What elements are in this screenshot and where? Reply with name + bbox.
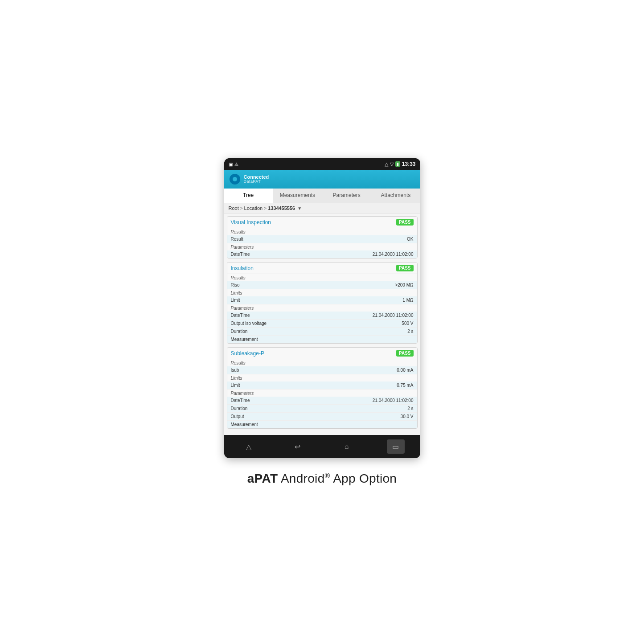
data-value: 2 s xyxy=(407,406,413,411)
app-logo-inner xyxy=(233,177,237,181)
group-label-sub-results: Results xyxy=(227,359,417,366)
breadcrumb-root: Root xyxy=(229,205,239,211)
data-value: 1 MΩ xyxy=(402,298,413,303)
tab-attachments[interactable]: Attachments xyxy=(371,189,420,203)
breadcrumb: Root > Location > 1334455556 ▼ xyxy=(224,203,420,213)
data-label: Measurement xyxy=(231,422,258,427)
data-label: Riso xyxy=(231,283,240,287)
table-row: DateTime 21.04.2000 11:02:00 xyxy=(227,312,417,320)
data-label: Limit xyxy=(231,298,240,303)
app-title: Connected DataPAT xyxy=(244,174,269,184)
table-row: Result OK xyxy=(227,235,417,243)
table-row: Measurement xyxy=(227,421,417,428)
tab-parameters[interactable]: Parameters xyxy=(322,189,371,203)
table-row: Limit 1 MΩ xyxy=(227,296,417,304)
bottom-caption: aPAT Android® App Option xyxy=(247,472,397,486)
group-label-ins-params: Parameters xyxy=(227,304,417,312)
group-label-sub-limits: Limits xyxy=(227,374,417,381)
nav-back-button[interactable]: ↩ xyxy=(289,439,307,454)
data-value: >200 MΩ xyxy=(395,283,413,287)
table-row: DateTime 21.04.2000 11:02:00 xyxy=(227,250,417,258)
breadcrumb-item: 1334455556 xyxy=(268,205,295,211)
breadcrumb-sep-1: > xyxy=(240,206,243,211)
group-label-visual-results: Results xyxy=(227,228,417,235)
table-row: DateTime 21.04.2000 11:02:00 xyxy=(227,397,417,405)
tabs-bar: Tree Measurements Parameters Attachments xyxy=(224,189,420,203)
breadcrumb-location: Location xyxy=(244,205,263,211)
bluetooth-icon: △ xyxy=(385,161,388,167)
pass-badge-subleakage: PASS xyxy=(396,350,414,357)
data-label: Duration xyxy=(231,406,248,411)
caption-regular: Android xyxy=(278,472,324,485)
table-row: Duration 2 s xyxy=(227,328,417,336)
group-label-ins-results: Results xyxy=(227,274,417,281)
battery-icon: ▮ xyxy=(395,161,400,167)
table-row: Measurement xyxy=(227,336,417,343)
breadcrumb-sep-2: > xyxy=(264,206,267,211)
data-label: DateTime xyxy=(231,252,250,257)
data-label: Measurement xyxy=(231,337,258,342)
table-row: Limit 0.75 mA xyxy=(227,381,417,390)
status-bar-right: △ ▽ ▮ 13:33 xyxy=(385,161,416,167)
group-label-visual-params: Parameters xyxy=(227,243,417,250)
data-value: 30.0 V xyxy=(401,414,414,419)
breadcrumb-filter-icon[interactable]: ▼ xyxy=(297,206,302,211)
section-header-insulation: Insulation PASS xyxy=(227,263,417,274)
nav-up-button[interactable]: ⌂ xyxy=(338,439,356,454)
data-label: Output xyxy=(231,414,244,419)
data-value: 21.04.2000 11:02:00 xyxy=(373,313,414,318)
data-label: DateTime xyxy=(231,313,250,318)
section-insulation: Insulation PASS Results Riso >200 MΩ Lim… xyxy=(227,262,418,344)
tab-measurements[interactable]: Measurements xyxy=(273,189,322,203)
app-header: Connected DataPAT xyxy=(224,170,420,189)
data-value: 21.04.2000 11:02:00 xyxy=(373,252,414,257)
device-frame: ▣ ⚠ △ ▽ ▮ 13:33 Connected DataPAT xyxy=(224,158,420,458)
app-logo xyxy=(230,174,240,185)
nav-home-button[interactable]: △ xyxy=(240,439,258,454)
notification-icon-2: ⚠ xyxy=(234,162,238,167)
data-value: 0.75 mA xyxy=(397,383,413,388)
data-value: 0.00 mA xyxy=(397,368,413,373)
notification-icon-1: ▣ xyxy=(229,162,233,167)
table-row: Riso >200 MΩ xyxy=(227,281,417,289)
data-label: DateTime xyxy=(231,398,250,403)
table-row: Duration 2 s xyxy=(227,405,417,413)
pass-badge-insulation: PASS xyxy=(396,265,414,271)
status-bar-left: ▣ ⚠ xyxy=(229,162,238,167)
data-label: Result xyxy=(231,237,243,242)
data-value: 500 V xyxy=(402,321,413,326)
table-row: Isub 0.00 mA xyxy=(227,366,417,374)
status-time: 13:33 xyxy=(402,161,416,167)
section-title-insulation: Insulation xyxy=(231,265,254,271)
tab-tree[interactable]: Tree xyxy=(224,189,273,203)
section-header-subleakage: Subleakage-P PASS xyxy=(227,348,417,359)
table-row: Output 30.0 V xyxy=(227,413,417,421)
section-header-visual: Visual Inspection PASS xyxy=(227,217,417,228)
main-scroll[interactable]: Visual Inspection PASS Results Result OK… xyxy=(224,213,420,435)
screen-content: Tree Measurements Parameters Attachments… xyxy=(224,189,420,435)
wifi-icon: ▽ xyxy=(390,161,394,167)
data-value: OK xyxy=(407,237,413,242)
caption-bold: aPAT xyxy=(247,472,278,485)
nav-recent-button[interactable]: ▭ xyxy=(387,439,405,454)
section-visual-inspection: Visual Inspection PASS Results Result OK… xyxy=(227,216,418,258)
caption-reg-symbol: ® xyxy=(325,472,330,480)
data-value: 2 s xyxy=(407,329,413,334)
section-subleakage: Subleakage-P PASS Results Isub 0.00 mA L… xyxy=(227,347,418,429)
section-title-visual: Visual Inspection xyxy=(231,219,271,226)
pass-badge-visual: PASS xyxy=(396,219,414,226)
data-label: Limit xyxy=(231,383,240,388)
data-label: Duration xyxy=(231,329,248,334)
data-label: Output iso voltage xyxy=(231,321,267,326)
data-label: Isub xyxy=(231,368,239,373)
app-title-datapat: DataPAT xyxy=(244,180,269,184)
page-wrapper: ▣ ⚠ △ ▽ ▮ 13:33 Connected DataPAT xyxy=(224,158,420,486)
status-bar: ▣ ⚠ △ ▽ ▮ 13:33 xyxy=(224,158,420,170)
table-row: Output iso voltage 500 V xyxy=(227,320,417,328)
group-label-sub-params: Parameters xyxy=(227,390,417,397)
bottom-nav: △ ↩ ⌂ ▭ xyxy=(224,435,420,458)
caption-rest: App Option xyxy=(330,472,397,485)
group-label-ins-limits: Limits xyxy=(227,289,417,296)
data-value: 21.04.2000 11:02:00 xyxy=(373,398,414,403)
section-title-subleakage: Subleakage-P xyxy=(231,350,264,357)
